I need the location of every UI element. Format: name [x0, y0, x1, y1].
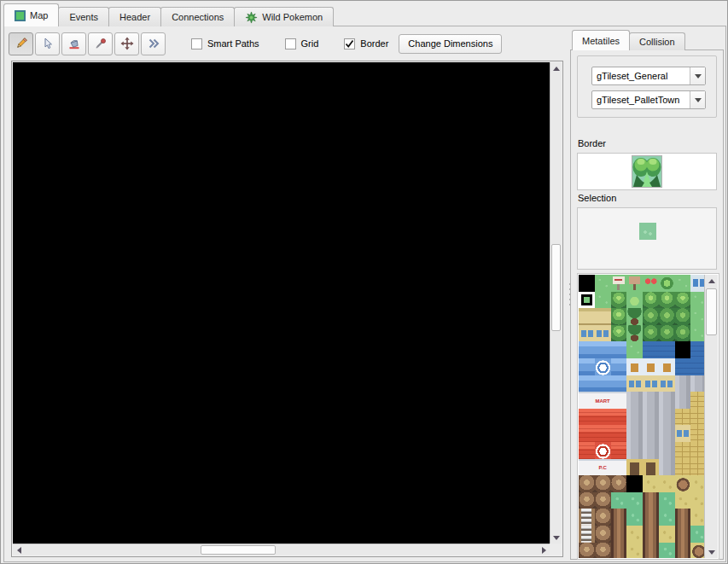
- tileset-tile[interactable]: [595, 509, 611, 526]
- tileset-tile[interactable]: [595, 442, 611, 459]
- tileset-tile[interactable]: [626, 358, 643, 375]
- tileset-tile[interactable]: [579, 526, 595, 543]
- tileset-tile[interactable]: [659, 459, 675, 476]
- tileset-tile[interactable]: [643, 275, 659, 292]
- tileset-tile[interactable]: [579, 308, 595, 325]
- tileset-tile[interactable]: [611, 442, 627, 459]
- tileset-tile[interactable]: [659, 292, 675, 309]
- scroll-down-button[interactable]: [550, 532, 562, 544]
- tileset-tile[interactable]: [643, 509, 659, 526]
- tileset-tile[interactable]: [579, 325, 595, 342]
- tileset-tile[interactable]: [659, 475, 675, 492]
- tileset-tile[interactable]: [643, 475, 659, 492]
- tileset-tile[interactable]: [675, 492, 691, 509]
- tileset-scrollbar[interactable]: [704, 275, 718, 558]
- tileset-tile[interactable]: [659, 526, 675, 543]
- tab-header[interactable]: Header: [108, 7, 161, 26]
- tileset-tile[interactable]: [659, 492, 675, 509]
- tileset-tile[interactable]: [643, 341, 659, 358]
- tileset-tile[interactable]: [626, 409, 643, 426]
- tileset-tile[interactable]: [626, 375, 643, 392]
- move-tool-button[interactable]: [114, 32, 139, 55]
- tab-connections[interactable]: Connections: [160, 7, 235, 26]
- bucket-fill-tool-button[interactable]: [61, 32, 86, 55]
- border-checkbox[interactable]: [344, 38, 355, 49]
- tileset-tile[interactable]: [611, 292, 627, 309]
- grid-checkbox[interactable]: [285, 38, 296, 49]
- pointer-tool-button[interactable]: [35, 32, 60, 55]
- tileset-tile[interactable]: [675, 409, 691, 426]
- tileset-tile[interactable]: [626, 308, 643, 325]
- tileset-tile[interactable]: [579, 375, 595, 392]
- tileset-tile[interactable]: [626, 492, 643, 509]
- tileset-tile[interactable]: [675, 392, 691, 409]
- vertical-scroll-thumb[interactable]: [551, 244, 561, 331]
- tileset-tile[interactable]: [611, 275, 627, 292]
- tab-metatiles[interactable]: Metatiles: [572, 30, 630, 50]
- tileset-tile[interactable]: [626, 275, 643, 292]
- tileset-tile[interactable]: [579, 275, 595, 292]
- horizontal-scroll-thumb[interactable]: [201, 545, 276, 555]
- tab-wild-pokemon[interactable]: Wild Pokemon: [234, 7, 334, 26]
- tileset-tile[interactable]: [626, 325, 643, 342]
- tileset-tile[interactable]: [626, 526, 643, 543]
- tileset-tile[interactable]: [643, 442, 659, 459]
- tileset-tile[interactable]: [675, 325, 691, 342]
- tileset-tile[interactable]: [595, 475, 611, 492]
- smart-paths-checkbox[interactable]: [191, 38, 202, 49]
- scroll-down-button[interactable]: [705, 546, 718, 558]
- tileset-tile[interactable]: [643, 292, 659, 309]
- tileset-tile[interactable]: [643, 459, 659, 476]
- tileset-tile[interactable]: [643, 526, 659, 543]
- chevron-down-icon[interactable]: [690, 67, 705, 84]
- tileset-tile[interactable]: [643, 409, 659, 426]
- scroll-up-button[interactable]: [550, 62, 562, 74]
- tileset-tile[interactable]: [643, 325, 659, 342]
- tileset-tile[interactable]: P.C: [595, 459, 611, 476]
- tileset-tile[interactable]: [595, 492, 611, 509]
- tileset-tile[interactable]: [595, 292, 611, 309]
- tileset-tile[interactable]: [626, 392, 643, 409]
- tileset-tile[interactable]: [611, 425, 627, 442]
- tileset-tile[interactable]: [579, 442, 595, 459]
- tileset-tile[interactable]: [675, 526, 691, 543]
- primary-tileset-combobox[interactable]: gTileset_General: [591, 67, 706, 85]
- tileset-tile[interactable]: [579, 358, 595, 375]
- tileset-tile[interactable]: [595, 425, 611, 442]
- tileset-tile[interactable]: [626, 543, 643, 559]
- border-tree-tile[interactable]: [632, 155, 662, 188]
- tileset-tile[interactable]: [611, 375, 627, 392]
- tileset-tile[interactable]: [675, 543, 691, 559]
- tileset-tile[interactable]: [579, 543, 595, 559]
- tileset-tile[interactable]: [643, 543, 659, 559]
- tileset-tile[interactable]: [675, 341, 691, 358]
- tileset-tile[interactable]: [579, 459, 595, 476]
- tileset-tile[interactable]: [579, 292, 595, 309]
- map-horizontal-scrollbar[interactable]: [13, 544, 550, 555]
- tab-collision[interactable]: Collision: [629, 32, 685, 50]
- map-canvas[interactable]: [13, 62, 550, 544]
- tileset-tile[interactable]: [659, 409, 675, 426]
- tileset-tile[interactable]: [595, 543, 611, 559]
- tileset-tile[interactable]: [659, 341, 675, 358]
- shift-tool-button[interactable]: [141, 32, 166, 55]
- tab-map[interactable]: Map: [3, 3, 59, 26]
- tileset-tile[interactable]: [675, 375, 691, 392]
- tileset-tile[interactable]: [626, 425, 643, 442]
- tileset-tile[interactable]: [611, 543, 627, 559]
- change-dimensions-button[interactable]: Change Dimensions: [399, 34, 502, 54]
- tab-events[interactable]: Events: [58, 7, 109, 26]
- tileset-tile[interactable]: [626, 292, 643, 309]
- scroll-left-button[interactable]: [13, 544, 25, 556]
- tileset-tile[interactable]: [611, 459, 627, 476]
- tileset-tile[interactable]: [659, 325, 675, 342]
- map-vertical-scrollbar[interactable]: [550, 62, 562, 544]
- tileset-tile[interactable]: [626, 475, 643, 492]
- tileset-tile[interactable]: MART: [595, 392, 611, 409]
- tileset-tile[interactable]: [611, 526, 627, 543]
- tileset-tile[interactable]: [611, 308, 627, 325]
- tileset-tile[interactable]: [626, 341, 643, 358]
- tileset-tile[interactable]: [611, 341, 627, 358]
- tileset-tile[interactable]: [675, 459, 691, 476]
- tileset-tile[interactable]: [643, 375, 659, 392]
